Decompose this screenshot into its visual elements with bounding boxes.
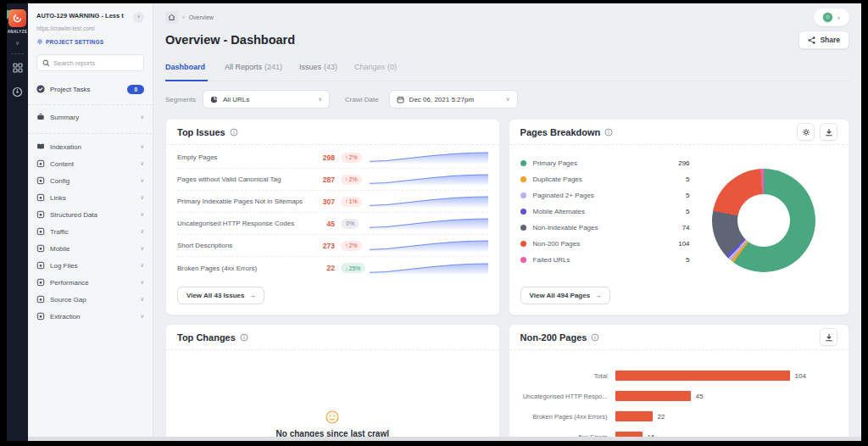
sidebar-item-indexation[interactable]: Indexation ∨ (36, 138, 144, 155)
download-button[interactable] (820, 123, 837, 141)
info-icon[interactable] (240, 333, 248, 342)
trend-badge: ↓25% (341, 263, 365, 273)
sidebar-item-config[interactable]: Config ∨ (36, 172, 144, 189)
tab-issues[interactable]: Issues(43) (299, 63, 337, 81)
user-menu[interactable]: ∨ (814, 8, 849, 26)
legend-item[interactable]: Mobile Alternates5 (520, 203, 690, 220)
arrow-right-icon: → (594, 292, 601, 299)
project-name: AUTO-129 WARNING - Less t (36, 12, 131, 20)
project-tasks-badge: 0 (127, 85, 144, 94)
sidebar-item-links[interactable]: Links ∨ (36, 189, 144, 206)
share-button[interactable]: Share (798, 31, 849, 49)
issue-row[interactable]: Uncategorised HTTP Response Codes 45 0% (177, 213, 488, 235)
chevron-down-icon: ∨ (140, 160, 144, 167)
sidebar-item-mobile[interactable]: Mobile ∨ (36, 240, 144, 257)
issue-row[interactable]: Short Descriptions 273 ↑2% (177, 235, 488, 257)
non-200-pages-card: Non-200 Pages Total104 Uncategorised HTT… (509, 324, 849, 441)
trend-badge: ↑2% (341, 153, 362, 163)
legend-dot (520, 257, 526, 263)
trend-badge: ↑2% (341, 241, 362, 251)
issue-row[interactable]: Empty Pages 298 ↑2% (177, 147, 488, 169)
app-window: ANALYZE ∨ AUTO-129 WARNING - Less t › ht… (7, 3, 861, 441)
sidebar-item-log-files[interactable]: Log Files ∨ (36, 257, 144, 274)
breadcrumb-overview[interactable]: Overview (189, 14, 214, 20)
sidebar-item-content[interactable]: Content ∨ (36, 155, 144, 172)
search-input[interactable] (53, 59, 138, 67)
chevron-down-icon: ∨ (140, 245, 144, 252)
chevron-down-icon: ∨ (140, 313, 144, 320)
pages-breakdown-card: Pages Breakdown Primary Pages296 Duplica… (509, 119, 849, 315)
app-logo[interactable] (8, 9, 26, 27)
pages-breakdown-donut[interactable] (712, 169, 815, 272)
issue-row[interactable]: Broken Pages (4xx Errors) 22 ↓25% (177, 257, 488, 279)
chevron-down-icon: ∨ (140, 262, 144, 269)
search-reports-box[interactable] (36, 54, 144, 71)
bar-row[interactable]: Uncategorised HTTP Respo...45 (520, 389, 837, 403)
panel-icon (36, 193, 45, 202)
settings-button[interactable] (797, 123, 815, 141)
segments-select[interactable]: All URLs ∨ (203, 90, 330, 109)
sidebar-item-project-tasks[interactable]: Project Tasks 0 (36, 81, 144, 97)
share-icon (808, 36, 815, 44)
trend-badge: 0% (341, 219, 359, 229)
sidebar-item-source-gap[interactable]: Source Gap ∨ (36, 291, 144, 308)
trend-arrow-icon: ↑ (345, 243, 348, 248)
crawl-date-select[interactable]: Dec 06, 2021 5:27pm ∨ (389, 90, 518, 109)
chevron-down-icon: ∨ (140, 228, 144, 235)
tab-dashboard[interactable]: Dashboard (165, 63, 208, 81)
panel-icon (36, 295, 45, 304)
home-button[interactable] (165, 11, 178, 24)
issue-row[interactable]: Pages without Valid Canonical Tag 287 ↑2… (177, 169, 488, 191)
search-icon (42, 59, 50, 67)
trend-arrow-icon: ↑ (345, 176, 348, 182)
tab-all-reports[interactable]: All Reports(241) (225, 63, 282, 81)
top-issues-title: Top Issues (177, 127, 225, 137)
chevron-down-icon[interactable]: ∨ (15, 40, 19, 46)
bar (615, 391, 691, 401)
download-button[interactable] (820, 328, 837, 346)
legend-dot (520, 225, 526, 231)
avatar (822, 12, 833, 23)
legend-item[interactable]: Failed URLs5 (520, 252, 690, 268)
compass-icon[interactable] (12, 86, 23, 98)
info-icon[interactable] (604, 128, 613, 137)
legend-item[interactable]: Non-Indexable Pages74 (520, 220, 690, 236)
top-issues-list: Empty Pages 298 ↑2% Pages without Valid … (166, 145, 499, 279)
view-all-pages-button[interactable]: View All 494 Pages→ (520, 287, 611, 304)
sidebar-divider (28, 104, 153, 105)
apps-grid-icon[interactable] (13, 63, 23, 73)
project-settings-link[interactable]: PROJECT SETTINGS (36, 38, 144, 45)
legend-dot (520, 209, 526, 215)
legend-item[interactable]: Duplicate Pages5 (520, 171, 690, 187)
neutral-face-icon (326, 410, 339, 424)
top-changes-empty-state: No changes since last crawl (166, 350, 499, 440)
view-all-issues-button[interactable]: View All 43 Issues→ (177, 287, 264, 304)
legend-item[interactable]: Non-200 Pages104 (520, 236, 690, 252)
bar (615, 371, 790, 381)
info-icon[interactable] (591, 333, 599, 342)
sidebar-item-structured-data[interactable]: Structured Data ∨ (36, 206, 144, 223)
legend-item[interactable]: Paginated 2+ Pages5 (520, 187, 690, 203)
sidebar-item-summary[interactable]: Summary ∨ (36, 109, 144, 125)
page-title: Overview - Dashboard (165, 33, 295, 47)
chevron-down-icon: ∨ (140, 177, 144, 184)
pages-breakdown-title: Pages Breakdown (520, 127, 601, 137)
info-icon[interactable] (230, 128, 238, 137)
tab-changes[interactable]: Changes(0) (354, 63, 397, 81)
analyze-app-icon (8, 9, 26, 27)
issue-row[interactable]: Primary Indexable Pages Not in Sitemaps … (177, 191, 488, 213)
window-bottom-edge (28, 437, 861, 441)
chevron-right-icon: › (182, 14, 185, 21)
sidebar-item-extraction[interactable]: Extraction ∨ (36, 308, 144, 325)
project-expand-button[interactable]: › (133, 12, 144, 23)
sidebar-divider (28, 133, 153, 134)
bar-row[interactable]: Total104 (520, 369, 837, 382)
trend-sparkline (370, 151, 488, 164)
rail-divider (11, 53, 24, 54)
filters-bar: Segments All URLs ∨ Crawl Date Dec 06, 2… (165, 90, 849, 109)
bar-row[interactable]: Broken Pages (4xx Errors)22 (520, 410, 837, 423)
gear-icon (36, 38, 43, 45)
sidebar-item-performance[interactable]: Performance ∨ (36, 274, 144, 291)
legend-item[interactable]: Primary Pages296 (520, 155, 690, 171)
sidebar-item-traffic[interactable]: Traffic ∨ (36, 223, 144, 240)
